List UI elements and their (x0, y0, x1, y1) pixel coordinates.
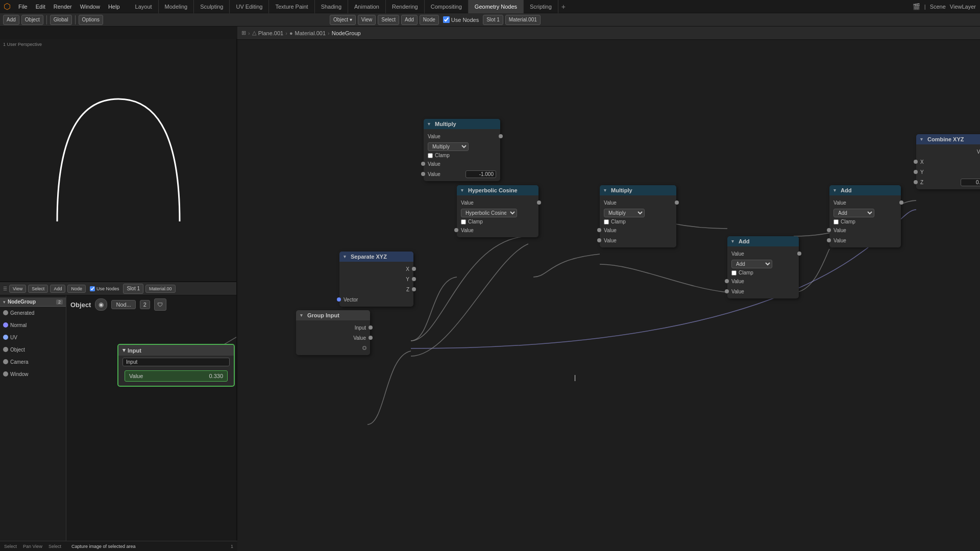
add2-value-socket-out[interactable] (899, 201, 903, 205)
material-selector[interactable]: Material.001 (505, 15, 541, 25)
multiply2-clamp-cb[interactable] (604, 219, 609, 224)
node-add1[interactable]: ▾ Add Value Add Clamp (727, 236, 799, 298)
use-nodes-checkbox[interactable] (443, 16, 450, 23)
group-input-val-socket[interactable] (369, 336, 373, 340)
separate-vector-socket[interactable] (337, 297, 341, 302)
tab-modeling[interactable]: Modeling (159, 0, 194, 13)
global-button[interactable]: Global (50, 15, 72, 25)
separate-x-socket[interactable] (412, 267, 416, 271)
material-btn-bottom[interactable]: Material.00 (145, 285, 176, 293)
node-canvas[interactable]: ▾ Multiply Value Multiply Clamp (237, 40, 980, 551)
combine-z-socket-in[interactable] (914, 180, 918, 184)
node-name-field[interactable]: Nod... (111, 300, 135, 309)
input-text-field[interactable]: Input (122, 358, 230, 366)
combine-z-field[interactable] (961, 179, 980, 186)
separate-xyz-collapse[interactable]: ▾ (344, 254, 349, 259)
tab-sculpting[interactable]: Sculpting (194, 0, 230, 13)
multiply1-collapse[interactable]: ▾ (428, 121, 433, 127)
value-field[interactable]: Value 0.330 (125, 370, 228, 382)
breadcrumb-material001[interactable]: Material.001 (295, 30, 326, 36)
multiply1-val-socket-in[interactable] (421, 162, 425, 166)
separate-z-socket[interactable] (412, 287, 416, 291)
multiply1-val2-socket-in[interactable] (421, 172, 425, 176)
tab-geometry-nodes[interactable]: Geometry Nodes (469, 0, 524, 13)
hyperbolic-collapse[interactable]: ▾ (461, 188, 466, 193)
combine-y-socket-in[interactable] (914, 170, 918, 174)
add1-clamp-cb[interactable] (731, 270, 737, 276)
tab-texture-paint[interactable]: Texture Paint (269, 0, 314, 13)
add1-val-socket-in[interactable] (725, 279, 729, 283)
add1-value-socket-out[interactable] (797, 252, 801, 256)
node-btn-bottom[interactable]: Node (67, 285, 86, 293)
node-combine-xyz[interactable]: ▾ Combine XYZ Vector X Y Z (916, 134, 980, 189)
group-input-collapse-icon[interactable]: ▾ (122, 347, 126, 354)
multiply2-val-socket-in[interactable] (597, 228, 601, 232)
select-btn[interactable]: Select (378, 15, 399, 25)
node-group-input-canvas[interactable]: ▾ Group Input Input Value (296, 310, 370, 355)
add2-val2-socket-in[interactable] (827, 238, 831, 242)
tab-rendering[interactable]: Rendering (386, 0, 425, 13)
combine-xyz-collapse[interactable]: ▾ (920, 137, 925, 142)
combine-x-socket-in[interactable] (914, 160, 918, 164)
add-btn-right[interactable]: Add (401, 15, 418, 25)
multiply1-value-socket-out[interactable] (499, 134, 503, 138)
tab-compositing[interactable]: Compositing (425, 0, 469, 13)
add2-collapse[interactable]: ▾ (834, 188, 839, 193)
node-hyperbolic-cosine[interactable]: ▾ Hyperbolic Cosine Value Hyperbolic Cos… (457, 185, 538, 237)
use-nodes-checkbox-bottom[interactable] (90, 286, 95, 291)
menu-window[interactable]: Window (76, 0, 104, 13)
add1-val2-socket-in[interactable] (725, 289, 729, 293)
add1-operation-select[interactable]: Add (731, 260, 772, 268)
menu-help[interactable]: Help (104, 0, 124, 13)
sidebar-collapse[interactable]: ▾ (3, 299, 6, 305)
separate-y-socket[interactable] (412, 277, 416, 281)
hyperbolic-clamp-cb[interactable] (461, 219, 466, 224)
group-input-empty-socket[interactable] (362, 346, 366, 350)
add2-clamp-cb[interactable] (834, 219, 839, 224)
node-multiply1[interactable]: ▾ Multiply Value Multiply Clamp (424, 119, 500, 181)
add-workspace-button[interactable]: + (558, 2, 569, 12)
sphere-icon[interactable]: ◉ (95, 298, 107, 311)
tab-layout[interactable]: Layout (129, 0, 159, 13)
multiply1-val2-field[interactable] (465, 170, 496, 178)
options-button[interactable]: Options (79, 15, 103, 25)
shield-icon[interactable]: 🛡 (154, 298, 166, 311)
tab-animation[interactable]: Animation (348, 0, 386, 13)
breadcrumb-nodegroup[interactable]: NodeGroup (332, 30, 361, 36)
multiply1-operation-select[interactable]: Multiply (428, 142, 469, 151)
hyperbolic-operation-select[interactable]: Hyperbolic Cosine (461, 209, 517, 217)
slot-selector[interactable]: Slot 1 (483, 15, 503, 25)
menu-edit[interactable]: Edit (32, 0, 50, 13)
multiply2-collapse[interactable]: ▾ (604, 188, 609, 193)
add2-operation-select[interactable]: Add (834, 209, 874, 217)
group-input-input-socket[interactable] (369, 325, 373, 330)
select-btn-bottom[interactable]: Select (28, 285, 48, 293)
add-button[interactable]: Add (3, 15, 19, 25)
node-separate-xyz[interactable]: ▾ Separate XYZ X Y Z Vector (339, 252, 413, 307)
breadcrumb-plane001[interactable]: Plane.001 (258, 30, 284, 36)
node-btn[interactable]: Node (420, 15, 439, 25)
view-btn[interactable]: View (358, 15, 376, 25)
add2-val-socket-in[interactable] (827, 228, 831, 232)
tab-scripting[interactable]: Scripting (524, 0, 558, 13)
view-btn-bottom[interactable]: View (9, 285, 26, 293)
add-btn-bottom[interactable]: Add (50, 285, 65, 293)
node-multiply2[interactable]: ▾ Multiply Value Multiply Clamp (600, 185, 676, 247)
hyperbolic-value-socket-out[interactable] (537, 201, 541, 205)
slot-btn-bottom[interactable]: Slot 1 (123, 284, 143, 294)
multiply2-operation-select[interactable]: Multiply (604, 209, 645, 217)
multiply2-value-socket-out[interactable] (675, 201, 679, 205)
multiply1-clamp-cb[interactable] (428, 153, 433, 158)
object-mode-btn[interactable]: Object ▾ (330, 15, 356, 25)
add1-collapse[interactable]: ▾ (731, 239, 737, 244)
hyperbolic-val-socket-in[interactable] (454, 228, 458, 232)
group-input-canvas-collapse[interactable]: ▾ (300, 313, 305, 318)
node-add2[interactable]: ▾ Add Value Add Clamp (829, 185, 901, 247)
node-count-field[interactable]: 2 (140, 300, 150, 309)
menu-file[interactable]: File (14, 0, 32, 13)
tab-shading[interactable]: Shading (315, 0, 348, 13)
menu-render[interactable]: Render (50, 0, 76, 13)
multiply2-val2-socket-in[interactable] (597, 238, 601, 242)
group-input-selected-node[interactable]: ▾ Input Input Value 0.330 (117, 344, 235, 387)
tab-uv-editing[interactable]: UV Editing (230, 0, 269, 13)
